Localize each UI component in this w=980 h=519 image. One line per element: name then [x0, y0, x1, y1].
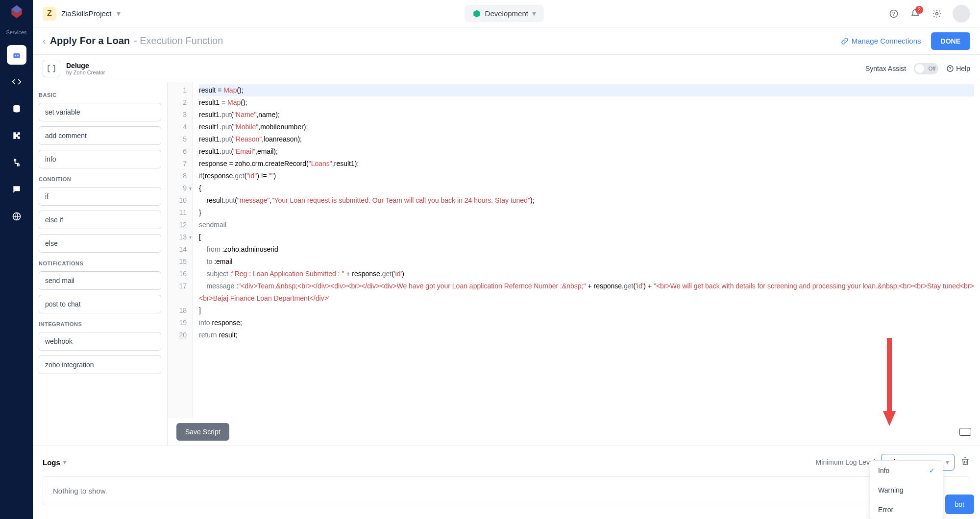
rail-item-puzzle[interactable] [7, 126, 26, 145]
rail-item-globe[interactable] [7, 207, 26, 226]
svg-point-7 [935, 12, 938, 15]
keyboard-icon[interactable] [959, 428, 971, 436]
svg-text:?: ? [949, 66, 952, 71]
project-name: ZiaSkillsProject [61, 9, 112, 18]
help-circle-icon: ? [946, 65, 954, 72]
code-lines[interactable]: result = Map(); result1 = Map(); result1… [193, 82, 980, 418]
snippet-post-to-chat[interactable]: post to chat [39, 295, 161, 313]
snippet-info[interactable]: info [39, 150, 161, 168]
logs-title[interactable]: Logs ▾ [43, 458, 66, 467]
snippets-panel: BASIC set variable add comment info COND… [33, 82, 168, 446]
svg-rect-0 [13, 53, 20, 58]
language-by: by Zoho Creator [66, 70, 105, 75]
save-script-button[interactable]: Save Script [176, 423, 229, 441]
chevron-down-icon: ▾ [117, 9, 121, 18]
deluge-icon [43, 60, 60, 77]
svg-text:?: ? [892, 10, 896, 17]
syntax-assist-label: Syntax Assist [865, 65, 906, 72]
notification-badge: 2 [915, 6, 923, 14]
link-icon [841, 37, 849, 45]
syntax-assist-toggle[interactable]: Off [914, 63, 938, 74]
chevron-down-icon: ▾ [946, 458, 949, 466]
services-label: Services [6, 29, 26, 35]
page-title: Apply For a Loan [50, 35, 130, 47]
app-logo [9, 4, 24, 20]
chevron-down-icon: ▾ [63, 459, 66, 466]
log-level-dropdown: Info ✓ Warning Error [870, 460, 943, 519]
help-icon[interactable]: ? [888, 8, 900, 20]
snippet-if[interactable]: if [39, 187, 161, 206]
snippet-category: CONDITION [39, 176, 161, 182]
rail-item-flow[interactable] [7, 153, 26, 172]
language-name: Deluge [66, 62, 105, 70]
language-bar: Deluge by Zoho Creator Syntax Assist Off… [33, 55, 980, 82]
svg-point-1 [15, 55, 16, 56]
project-selector[interactable]: Z ZiaSkillsProject ▾ [43, 7, 121, 21]
snippet-set-variable[interactable]: set variable [39, 103, 161, 121]
snippet-zoho-integration[interactable]: zoho integration [39, 355, 161, 374]
sub-header: ‹ Apply For a Loan - Execution Function … [33, 27, 980, 55]
code-editor[interactable]: 1 2 3 4 5 6 7 8 9 10 11 12 13 14 [168, 82, 980, 446]
rail-item-chat[interactable] [7, 180, 26, 199]
bot-button[interactable]: bot [945, 495, 974, 514]
logs-empty-message: Nothing to show. [53, 487, 960, 495]
dropdown-option-error[interactable]: Error [870, 500, 943, 519]
settings-icon[interactable] [931, 8, 943, 20]
left-nav-rail: Services [0, 0, 33, 519]
project-badge: Z [43, 7, 56, 21]
snippet-category: INTEGRATIONS [39, 321, 161, 327]
user-avatar[interactable] [953, 5, 970, 23]
cube-icon [472, 9, 481, 18]
environment-selector[interactable]: Development ▾ [465, 5, 544, 22]
rail-item-bot[interactable] [7, 45, 26, 65]
notification-icon[interactable]: 2 [909, 8, 921, 20]
clear-logs-button[interactable] [960, 456, 970, 468]
top-bar: Z ZiaSkillsProject ▾ Development ▾ ? 2 [33, 0, 980, 27]
help-link[interactable]: ? Help [946, 65, 970, 72]
snippet-webhook[interactable]: webhook [39, 332, 161, 351]
line-gutter: 1 2 3 4 5 6 7 8 9 10 11 12 13 14 [168, 82, 193, 418]
snippet-else[interactable]: else [39, 234, 161, 253]
rail-item-code[interactable] [7, 72, 26, 92]
environment-name: Development [485, 9, 528, 18]
snippet-add-comment[interactable]: add comment [39, 126, 161, 145]
dropdown-option-info[interactable]: Info ✓ [870, 461, 943, 480]
chevron-down-icon: ▾ [532, 9, 536, 18]
logs-body: Nothing to show. [43, 476, 970, 505]
logs-section: Logs ▾ Minimum Log Level Info ▾ Nothing … [33, 446, 980, 519]
done-button[interactable]: DONE [931, 32, 970, 50]
page-subtitle: - Execution Function [134, 35, 223, 47]
back-button[interactable]: ‹ [43, 35, 46, 47]
svg-point-2 [17, 55, 19, 56]
rail-item-database[interactable] [7, 99, 26, 118]
snippet-category: NOTIFICATIONS [39, 260, 161, 266]
manage-connections-link[interactable]: Manage Connections [841, 37, 921, 45]
min-log-level-label: Minimum Log Level [816, 458, 875, 466]
breadcrumb: ‹ Apply For a Loan - Execution Function [43, 35, 223, 47]
dropdown-option-warning[interactable]: Warning [870, 480, 943, 500]
check-icon: ✓ [929, 467, 935, 474]
snippet-else-if[interactable]: else if [39, 211, 161, 229]
snippet-send-mail[interactable]: send mail [39, 271, 161, 290]
snippet-category: BASIC [39, 92, 161, 98]
